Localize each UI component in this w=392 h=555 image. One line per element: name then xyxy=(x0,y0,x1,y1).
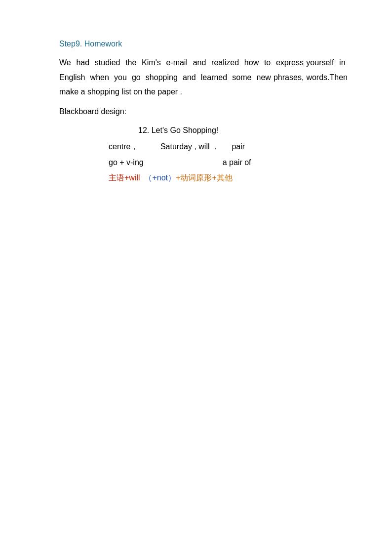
page: Step9. Homework We had studied the Kim's… xyxy=(0,0,392,555)
chinese-part2: （+not） xyxy=(144,173,176,183)
bb-row2-left: go + v-ing xyxy=(109,158,144,167)
blackboard-content: 12. Let's Go Shopping! centre， Saturday … xyxy=(109,126,348,183)
bb-row-1: centre， Saturday , will ， pair xyxy=(109,142,348,152)
chinese-part3: +动词原形+其他 xyxy=(176,173,233,183)
blackboard-label: Blackboard design: xyxy=(59,107,348,116)
step-heading: Step9. Homework xyxy=(59,40,348,48)
chinese-part1: 主语+will xyxy=(109,173,140,183)
chinese-space1 xyxy=(140,173,145,182)
bb-row1-text: centre， Saturday , will ， pair xyxy=(109,142,245,152)
bb-row2-right: a pair of xyxy=(223,158,251,167)
bb-row-2: go + v-ing a pair of xyxy=(109,158,348,167)
bb-title: 12. Let's Go Shopping! xyxy=(138,126,348,135)
bb-row-3: 主语+will （+not） +动词原形+其他 xyxy=(109,173,348,183)
main-paragraph: We had studied the Kim's e-mail and real… xyxy=(59,55,348,99)
